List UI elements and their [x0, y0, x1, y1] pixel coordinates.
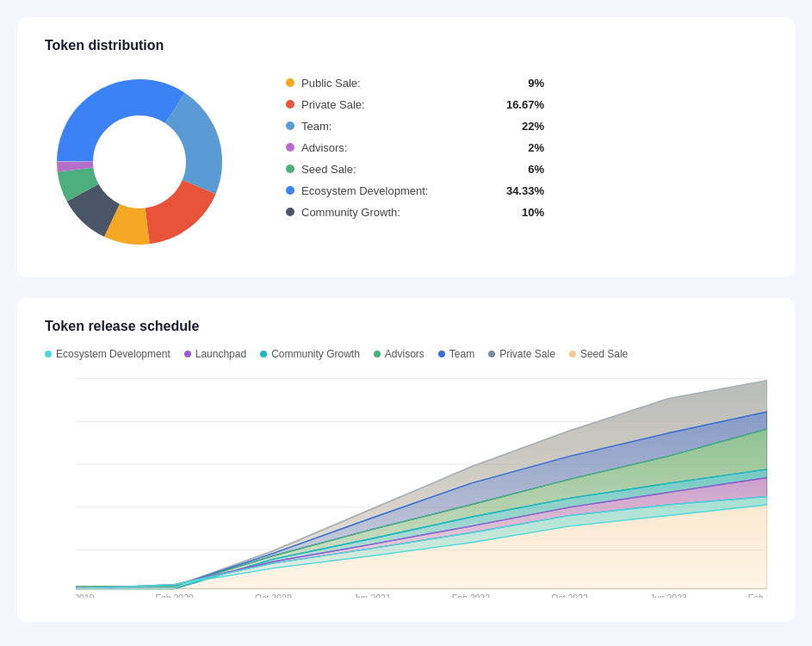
legend-row: Team: 22%	[286, 120, 544, 133]
svg-text:Feb 2024: Feb 2024	[748, 593, 767, 598]
legend-dot	[286, 121, 294, 130]
chart-legend-item: Advisors	[374, 348, 425, 360]
legend-row: Advisors: 2%	[286, 141, 544, 154]
chart-legend-label: Seed Sale	[580, 348, 628, 360]
legend-label: Seed Sale:	[301, 163, 494, 176]
chart-legend-item: Launchpad	[184, 348, 246, 360]
chart-svg-area: 100% 80% 60% 40% 20% 0%	[76, 374, 767, 601]
legend-row: Seed Sale: 6%	[286, 163, 544, 176]
donut-chart	[45, 67, 234, 257]
svg-text:Jun 2023: Jun 2023	[650, 593, 687, 598]
chart-legend-item: Private Sale	[488, 348, 555, 360]
token-release-section: Token release schedule Ecosystem Develop…	[17, 298, 795, 622]
legend-label: Advisors:	[301, 141, 494, 154]
legend-value: 10%	[501, 206, 544, 219]
chart-legend-item: Team	[438, 348, 474, 360]
legend-row: Ecosystem Development: 34.33%	[286, 184, 544, 197]
area-chart: 100% 80% 60% 40% 20% 0%	[76, 374, 767, 598]
chart-legend-item: Ecosystem Development	[45, 348, 170, 360]
token-distribution-section: Token distribution	[17, 17, 795, 277]
legend-dot	[286, 186, 294, 195]
svg-text:Feb 2022: Feb 2022	[452, 593, 491, 598]
svg-text:Jun 2019: Jun 2019	[76, 593, 95, 598]
chart-legend-dot	[374, 351, 381, 357]
legend-value: 34.33%	[501, 184, 544, 197]
legend-dot	[286, 208, 294, 216]
legend-row: Public Sale: 9%	[286, 77, 544, 90]
distribution-legend: Public Sale: 9% Private Sale: 16.67% Tea…	[286, 77, 544, 219]
legend-label: Public Sale:	[301, 77, 494, 90]
chart-legend-label: Advisors	[385, 348, 425, 360]
chart-legend-dot	[488, 351, 495, 357]
legend-label: Community Growth:	[301, 206, 494, 219]
chart-legend-label: Team	[449, 348, 474, 360]
svg-text:Oct 2020: Oct 2020	[255, 593, 292, 598]
svg-text:Oct 2022: Oct 2022	[551, 593, 588, 598]
chart-legend-label: Private Sale	[499, 348, 555, 360]
legend-value: 9%	[501, 77, 544, 90]
chart-wrapper: 100% 80% 60% 40% 20% 0%	[45, 374, 767, 601]
legend-dot	[286, 78, 294, 87]
chart-legend-item: Seed Sale	[569, 348, 628, 360]
chart-legend-dot	[184, 351, 191, 357]
legend-dot	[286, 143, 294, 152]
legend-label: Team:	[301, 120, 494, 133]
token-dist-title: Token distribution	[45, 38, 234, 53]
svg-text:Jun 2021: Jun 2021	[354, 593, 391, 598]
chart-legend-item: Community Growth	[260, 348, 360, 360]
svg-point-8	[95, 117, 184, 207]
svg-text:Feb 2020: Feb 2020	[156, 593, 195, 598]
legend-dot	[286, 165, 294, 173]
legend-value: 16.67%	[501, 98, 544, 111]
legend-dot	[286, 100, 294, 109]
legend-value: 6%	[501, 163, 544, 176]
chart-legend-dot	[45, 351, 52, 357]
legend-row: Community Growth: 10%	[286, 206, 544, 219]
chart-legend-label: Ecosystem Development	[56, 348, 170, 360]
legend-label: Private Sale:	[301, 98, 494, 111]
legend-value: 2%	[501, 141, 544, 154]
chart-legend: Ecosystem Development Launchpad Communit…	[45, 348, 767, 360]
legend-value: 22%	[501, 120, 544, 133]
legend-row: Private Sale: 16.67%	[286, 98, 544, 111]
chart-legend-dot	[569, 351, 576, 357]
token-release-title: Token release schedule	[45, 319, 767, 334]
chart-legend-label: Launchpad	[195, 348, 246, 360]
chart-legend-label: Community Growth	[271, 348, 360, 360]
chart-legend-dot	[438, 351, 445, 357]
legend-label: Ecosystem Development:	[301, 184, 494, 197]
chart-legend-dot	[260, 351, 267, 357]
